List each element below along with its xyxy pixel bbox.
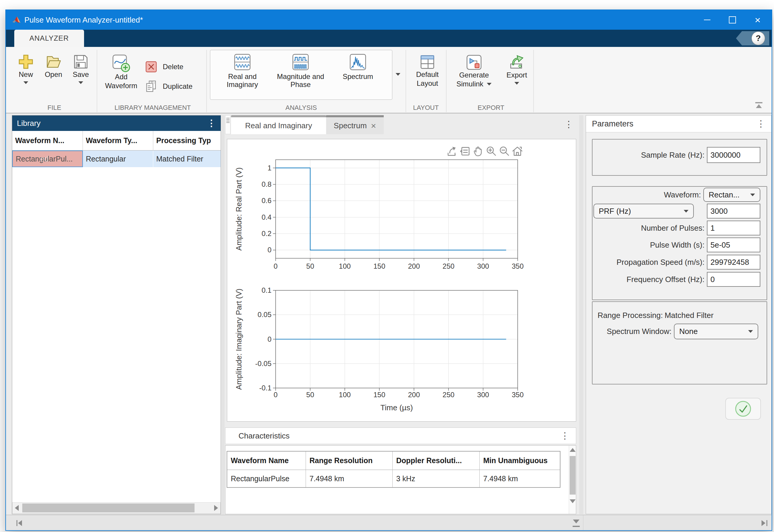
splitter-library[interactable] (221, 115, 224, 514)
library-menu-icon[interactable]: ⋮ (207, 119, 216, 128)
cell-range-resolution[interactable]: 7.4948 km (306, 470, 393, 487)
expand-right-icon[interactable] (759, 518, 769, 528)
minimize-button[interactable] (695, 10, 720, 30)
open-button[interactable]: Open (40, 53, 67, 79)
status-bar (6, 515, 772, 530)
characteristics-menu-icon[interactable]: ⋮ (561, 431, 569, 440)
spectrum-window-label: Spectrum Window: (598, 327, 674, 336)
svg-text:-0.1: -0.1 (259, 384, 271, 392)
apply-button[interactable] (725, 398, 761, 420)
column-header-waveform-type[interactable]: Waveform Ty... (83, 131, 153, 151)
scroll-up-icon[interactable] (570, 448, 576, 452)
svg-text:0: 0 (273, 262, 277, 270)
cell-waveform-type[interactable]: Rectangular (83, 151, 153, 167)
waveform-dropdown[interactable]: Rectan... (703, 188, 760, 202)
tab-spectrum[interactable]: Spectrum × (326, 115, 384, 134)
library-hscrollbar[interactable] (12, 502, 221, 514)
prf-input[interactable]: 3000 (707, 204, 760, 219)
column-header-min-unambiguous[interactable]: Min Unambiguous (480, 452, 560, 470)
save-floppy-icon (72, 53, 89, 70)
generate-simulink-dropdown-arrow-icon[interactable] (487, 83, 492, 85)
library-title: Library (17, 119, 40, 128)
tab-close-icon[interactable]: × (371, 122, 376, 130)
scroll-right-icon[interactable] (214, 505, 218, 511)
cell-doppler-resolution[interactable]: 3 kHz (393, 470, 480, 487)
delete-button[interactable]: Delete (144, 59, 183, 74)
save-dropdown-arrow-icon[interactable] (78, 81, 83, 84)
num-pulses-input[interactable]: 1 (707, 221, 760, 235)
tab-real-imaginary[interactable]: Real and Imaginary (231, 115, 326, 134)
collapse-left-icon[interactable] (14, 518, 24, 528)
new-button[interactable]: New (15, 53, 37, 84)
library-table-row[interactable]: RectangularPul... ed Rectangular Matched… (12, 151, 221, 167)
svg-text:200: 200 (408, 262, 420, 270)
cell-min-unambiguous[interactable]: 7.4948 km (480, 470, 560, 487)
svg-text:300: 300 (477, 391, 489, 399)
parameters-menu-icon[interactable]: ⋮ (756, 119, 765, 128)
cell-waveform-name[interactable]: RectangularPulse (227, 470, 306, 487)
default-layout-button[interactable]: Default Layout (409, 54, 446, 88)
generate-simulink-button[interactable]: Generate Simulink (451, 54, 497, 88)
close-button[interactable]: × (745, 10, 770, 30)
svg-text:350: 350 (512, 262, 524, 270)
prf-dropdown[interactable]: PRF (Hz) (593, 204, 694, 219)
plot-real-svg[interactable]: 05010015020025030035000.20.40.60.81Ampli… (230, 147, 576, 275)
svg-text:0.05: 0.05 (257, 311, 271, 319)
gallery-item-real-imaginary[interactable]: Real and Imaginary (216, 53, 269, 88)
pulse-width-input[interactable]: 5e-05 (707, 237, 760, 252)
characteristics-panel: Waveform Name Range Resolution Doppler R… (225, 445, 576, 514)
svg-text:Amplitude: Imaginary Part (V): Amplitude: Imaginary Part (V) (234, 289, 243, 390)
library-hscroll-thumb[interactable] (22, 503, 194, 512)
freq-offset-input[interactable]: 0 (707, 272, 760, 287)
column-header-range-resolution[interactable]: Range Resolution (306, 452, 393, 470)
pulse-width-row: Pulse Width (s): 5e-05 (593, 237, 760, 252)
svg-text:0: 0 (267, 246, 271, 254)
spectrum-icon (349, 53, 366, 71)
collapse-bottom-icon[interactable] (572, 519, 581, 527)
sample-rate-input[interactable]: 3000000 (707, 147, 760, 163)
svg-text:-0.05: -0.05 (255, 360, 271, 368)
column-header-waveform-name[interactable]: Waveform N... (12, 131, 83, 151)
open-folder-icon (45, 53, 62, 70)
characteristics-vscroll-thumb[interactable] (570, 456, 576, 495)
cell-processing-type[interactable]: Matched Filter (153, 151, 221, 167)
gallery-dropdown-arrow-icon[interactable] (396, 73, 401, 76)
column-header-processing-type[interactable]: Processing Typ (153, 131, 221, 151)
svg-text:0.2: 0.2 (262, 229, 271, 237)
section-divider (97, 50, 97, 112)
save-button[interactable]: Save (69, 53, 93, 84)
new-dropdown-arrow-icon[interactable] (23, 81, 28, 84)
duplicate-button[interactable]: Duplicate (144, 79, 192, 94)
maximize-button[interactable] (720, 10, 745, 30)
section-divider (406, 50, 406, 112)
spectrum-window-dropdown[interactable]: None (674, 324, 758, 339)
library-table-header: Waveform N... Waveform Ty... Processing … (12, 131, 221, 151)
scroll-left-icon[interactable] (15, 505, 19, 511)
gallery-item-spectrum[interactable]: Spectrum (331, 53, 384, 80)
parameters-title: Parameters (592, 119, 634, 129)
new-plus-icon (18, 53, 34, 70)
gallery-item-magnitude-phase[interactable]: Magnitude and Phase (274, 53, 327, 88)
cell-waveform-name[interactable]: RectangularPul... ed (12, 151, 83, 167)
splitter-parameters[interactable] (579, 115, 583, 514)
freq-offset-label: Frequency Offset (Hz): (593, 275, 707, 284)
doc-tab-grip[interactable] (225, 115, 230, 134)
export-button[interactable]: Export (502, 54, 532, 85)
help-button[interactable]: ? (736, 31, 769, 45)
add-waveform-button[interactable]: Add Waveform (103, 54, 140, 90)
plot-imag-svg[interactable]: 050100150200250300350-0.1-0.0500.050.1Am… (230, 279, 576, 417)
prop-speed-input[interactable]: 299792458 (707, 255, 760, 270)
ribbon-collapse-icon[interactable] (754, 102, 763, 108)
svg-text:Amplitude: Real Part (V): Amplitude: Real Part (V) (234, 167, 243, 251)
export-dropdown-arrow-icon[interactable] (515, 82, 519, 85)
svg-text:0: 0 (273, 391, 277, 399)
characteristics-vscrollbar[interactable] (569, 446, 576, 514)
tab-analyzer[interactable]: ANALYZER (14, 30, 84, 47)
scroll-down-icon[interactable] (570, 499, 576, 503)
svg-text:0.6: 0.6 (262, 197, 271, 205)
doc-tabs-menu-icon[interactable]: ⋮ (564, 120, 573, 129)
ribbon-tabstrip (6, 30, 772, 47)
column-header-waveform-name[interactable]: Waveform Name (227, 452, 306, 470)
column-header-doppler-resolution[interactable]: Doppler Resoluti... (393, 452, 480, 470)
characteristics-table-row[interactable]: RectangularPulse 7.4948 km 3 kHz 7.4948 … (227, 470, 560, 487)
